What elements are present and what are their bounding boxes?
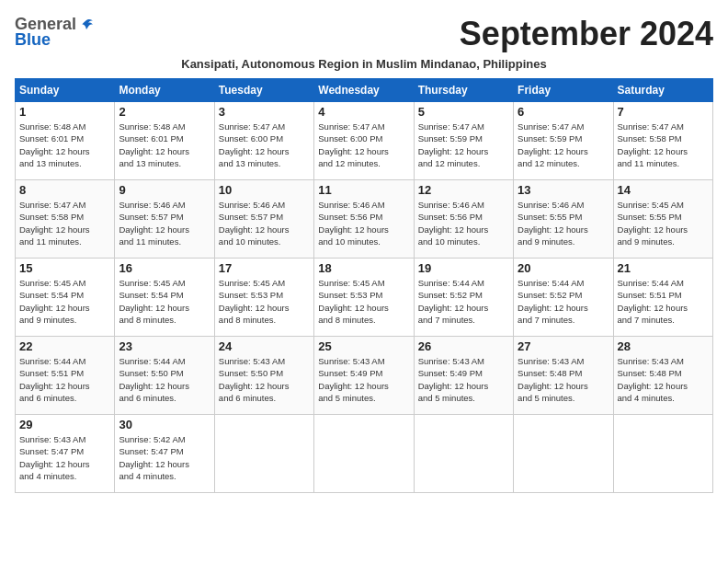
day-info-text: and 12 minutes. (318, 157, 409, 169)
day-number: 30 (119, 418, 210, 431)
day-info-text: Sunrise: 5:44 AM (119, 355, 210, 367)
day-info-text: Daylight: 12 hours (19, 145, 110, 157)
day-info-text: Daylight: 12 hours (318, 302, 409, 314)
day-number: 8 (19, 183, 110, 197)
day-info-text: and 7 minutes. (618, 314, 709, 326)
empty-cell (214, 415, 313, 493)
day-info-text: and 9 minutes. (19, 314, 110, 326)
day-number: 29 (19, 418, 110, 431)
day-number: 12 (418, 183, 509, 197)
day-info-text: and 6 minutes. (19, 392, 110, 404)
day-cell-12: 12Sunrise: 5:46 AMSunset: 5:56 PMDayligh… (414, 180, 513, 259)
day-info-text: Daylight: 12 hours (518, 302, 609, 314)
day-number: 16 (119, 261, 210, 275)
day-info-text: Sunset: 5:51 PM (618, 289, 709, 301)
day-number: 18 (318, 261, 409, 275)
day-info-text: and 7 minutes. (418, 314, 509, 326)
day-info-text: Sunset: 5:55 PM (518, 211, 609, 223)
day-info-text: Sunrise: 5:45 AM (19, 277, 110, 289)
day-info-text: and 7 minutes. (518, 314, 609, 326)
day-info-text: Sunset: 5:49 PM (318, 367, 409, 379)
day-info-text: Sunrise: 5:42 AM (119, 433, 210, 445)
day-info-text: Sunset: 5:51 PM (19, 367, 110, 379)
day-info-text: Daylight: 12 hours (618, 302, 709, 314)
empty-cell (314, 415, 414, 493)
day-info-text: Sunrise: 5:45 AM (318, 277, 409, 289)
day-info-text: Sunset: 5:49 PM (418, 367, 509, 379)
day-info-text: and 11 minutes. (19, 236, 110, 247)
page-header: General Blue September 2024 (15, 15, 713, 53)
day-number: 25 (318, 339, 409, 353)
day-cell-14: 14Sunrise: 5:45 AMSunset: 5:55 PMDayligh… (613, 180, 712, 259)
day-info-text: and 13 minutes. (119, 157, 210, 169)
day-number: 19 (418, 261, 509, 275)
calendar-header-row: SundayMondayTuesdayWednesdayThursdayFrid… (16, 79, 713, 102)
logo: General Blue (15, 15, 95, 50)
logo-bird-icon (78, 17, 95, 33)
header-friday: Friday (514, 79, 613, 102)
day-info-text: Daylight: 12 hours (119, 380, 210, 392)
calendar-week-row: 22Sunrise: 5:44 AMSunset: 5:51 PMDayligh… (16, 337, 713, 415)
day-number: 9 (119, 183, 210, 197)
header-wednesday: Wednesday (314, 79, 414, 102)
day-info-text: Sunset: 6:00 PM (219, 132, 310, 144)
day-info-text: Daylight: 12 hours (19, 458, 110, 470)
month-title: September 2024 (95, 15, 713, 53)
day-info-text: Daylight: 12 hours (618, 224, 709, 236)
day-number: 15 (19, 261, 110, 275)
day-info-text: and 11 minutes. (119, 236, 210, 247)
day-info-text: Sunrise: 5:47 AM (219, 121, 310, 132)
day-number: 2 (119, 105, 210, 119)
day-info-text: Daylight: 12 hours (618, 145, 709, 157)
day-info-text: and 9 minutes. (618, 236, 709, 247)
day-info-text: Sunrise: 5:48 AM (119, 121, 210, 132)
day-info-text: Sunset: 6:01 PM (19, 132, 110, 144)
day-number: 14 (618, 183, 709, 197)
day-info-text: Sunrise: 5:44 AM (418, 277, 509, 289)
day-info-text: Sunset: 5:58 PM (19, 211, 110, 223)
day-info-text: and 5 minutes. (318, 392, 409, 404)
day-info-text: Sunset: 5:57 PM (119, 211, 210, 223)
day-info-text: Sunset: 5:47 PM (119, 445, 210, 457)
day-number: 26 (418, 339, 509, 353)
day-cell-25: 25Sunrise: 5:43 AMSunset: 5:49 PMDayligh… (314, 337, 414, 415)
day-info-text: Sunrise: 5:44 AM (518, 277, 609, 289)
day-info-text: Sunrise: 5:43 AM (318, 355, 409, 367)
day-info-text: Sunrise: 5:45 AM (618, 199, 709, 211)
day-number: 21 (618, 261, 709, 275)
day-cell-29: 29Sunrise: 5:43 AMSunset: 5:47 PMDayligh… (16, 415, 115, 493)
day-number: 1 (19, 105, 110, 119)
day-number: 17 (219, 261, 310, 275)
day-cell-28: 28Sunrise: 5:43 AMSunset: 5:48 PMDayligh… (613, 337, 712, 415)
day-cell-5: 5Sunrise: 5:47 AMSunset: 5:59 PMDaylight… (414, 102, 513, 180)
day-info-text: Daylight: 12 hours (518, 224, 609, 236)
day-info-text: Daylight: 12 hours (418, 302, 509, 314)
day-info-text: Sunrise: 5:43 AM (618, 355, 709, 367)
day-cell-3: 3Sunrise: 5:47 AMSunset: 6:00 PMDaylight… (214, 102, 313, 180)
day-info-text: Sunrise: 5:45 AM (119, 277, 210, 289)
calendar-body: 1Sunrise: 5:48 AMSunset: 6:01 PMDaylight… (16, 102, 713, 493)
day-cell-21: 21Sunrise: 5:44 AMSunset: 5:51 PMDayligh… (613, 259, 712, 337)
day-cell-6: 6Sunrise: 5:47 AMSunset: 5:59 PMDaylight… (514, 102, 613, 180)
day-info-text: Sunrise: 5:46 AM (318, 199, 409, 211)
day-number: 27 (518, 339, 609, 353)
day-number: 24 (219, 339, 310, 353)
day-info-text: and 10 minutes. (219, 236, 310, 247)
calendar-subtitle: Kansipati, Autonomous Region in Muslim M… (15, 57, 713, 71)
day-info-text: and 8 minutes. (318, 314, 409, 326)
day-info-text: and 8 minutes. (219, 314, 310, 326)
day-info-text: Sunset: 5:58 PM (618, 132, 709, 144)
day-info-text: Daylight: 12 hours (219, 302, 310, 314)
day-info-text: Sunset: 5:59 PM (418, 132, 509, 144)
day-info-text: Sunset: 6:00 PM (318, 132, 409, 144)
day-info-text: and 10 minutes. (318, 236, 409, 247)
day-info-text: Sunrise: 5:47 AM (318, 121, 409, 132)
day-info-text: Sunset: 5:48 PM (618, 367, 709, 379)
day-info-text: Sunset: 6:01 PM (119, 132, 210, 144)
day-cell-17: 17Sunrise: 5:45 AMSunset: 5:53 PMDayligh… (214, 259, 313, 337)
day-info-text: Daylight: 12 hours (219, 224, 310, 236)
empty-cell (514, 415, 613, 493)
day-info-text: Sunset: 5:56 PM (418, 211, 509, 223)
day-info-text: Sunset: 5:47 PM (19, 445, 110, 457)
day-info-text: Sunrise: 5:47 AM (518, 121, 609, 132)
